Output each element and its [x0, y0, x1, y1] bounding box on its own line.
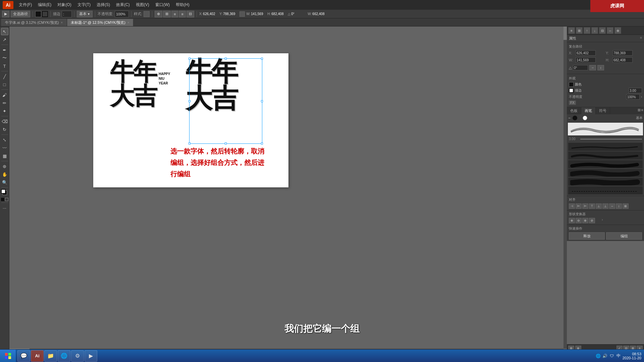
brush-item-2[interactable] [568, 152, 643, 160]
opacity-expand[interactable]: › [641, 95, 642, 99]
basic-preset[interactable]: 基本▼ [77, 11, 93, 17]
tab-1[interactable]: 未标题-1* @ 12.5% (CMYK/预览) × [67, 19, 133, 26]
minus-front-btn[interactable]: ⊖ [576, 218, 582, 223]
sel-handle-br[interactable] [261, 142, 263, 144]
x-input[interactable] [576, 50, 596, 56]
brush-dot-black[interactable] [573, 116, 577, 120]
align-center-v-btn[interactable]: ⊥ [596, 203, 602, 209]
column-chart-tool[interactable]: ▦ [1, 152, 8, 160]
v-scrollbar-thumb[interactable] [564, 26, 567, 40]
grid-icon[interactable]: ⊞ [163, 11, 171, 17]
pen-tool[interactable]: ✒ [1, 46, 8, 54]
link-icon[interactable]: ⊕ [155, 11, 162, 17]
panel-expand[interactable]: ⊞ [638, 108, 641, 114]
taskbar-folder[interactable]: 📁 [44, 350, 57, 362]
panel-icon-5[interactable]: ⊟ [599, 27, 606, 34]
hand-tool[interactable]: ✋ [1, 171, 8, 178]
rotate-tool[interactable]: ↻ [1, 126, 8, 133]
fill-stroke-colors[interactable] [1, 189, 8, 196]
align-bottom-btn[interactable]: ⊥ [602, 203, 608, 209]
text-tool[interactable]: T [1, 62, 8, 70]
canvas-area[interactable]: 牛年 大吉 HAPPY NIU YEAR 牛年 大吉 [9, 26, 567, 352]
brush-item-4[interactable] [568, 169, 643, 177]
fill-color-swatch[interactable] [42, 11, 48, 17]
opacity-input[interactable] [115, 11, 129, 17]
taskbar-ie[interactable]: 🌐 [58, 350, 70, 362]
v-scrollbar[interactable] [564, 26, 567, 349]
style-swatch[interactable] [144, 11, 150, 17]
taskbar-ai[interactable]: Ai [31, 350, 44, 362]
symbol-sprayer-tool[interactable]: ⊛ [1, 163, 8, 170]
panel-icon-6[interactable]: ↔ [607, 27, 613, 34]
brush-minus[interactable]: − [568, 116, 571, 120]
dist-v-btn[interactable]: ↕ [616, 203, 622, 209]
stroke-width-prop[interactable] [629, 88, 642, 93]
zoom-tool[interactable]: 🔍 [1, 179, 8, 186]
sel-handle-tr[interactable] [261, 58, 263, 60]
paintbrush-tool[interactable]: 🖌 [1, 91, 8, 99]
taskbar-wechat[interactable]: 💬 [17, 350, 30, 362]
clock-display[interactable]: 08:53 2020-11-20 [623, 352, 641, 360]
tab-1-close[interactable]: × [127, 21, 129, 24]
tray-network[interactable]: 🌐 [596, 353, 601, 359]
align-top-btn[interactable]: ⊤ [589, 203, 595, 209]
tab-0-close[interactable]: × [61, 21, 63, 24]
tray-sound[interactable]: 🔊 [602, 353, 608, 359]
exclude-btn[interactable]: ⊘ [589, 218, 595, 223]
brush-item-6[interactable] [568, 186, 643, 194]
sel-handle-bm[interactable] [225, 142, 227, 144]
brush-item-5[interactable] [568, 178, 643, 186]
sel-handle-bl[interactable] [189, 142, 191, 144]
taskbar-settings[interactable]: ⚙ [71, 350, 84, 362]
brush-item-3[interactable] [568, 160, 643, 168]
taskbar-media[interactable]: ▶ [85, 350, 97, 362]
scale-w-icon[interactable]: ↔ [589, 65, 596, 70]
h-input[interactable] [612, 57, 633, 63]
y-input[interactable] [612, 50, 633, 56]
pathfinder-expand[interactable]: › [602, 218, 603, 223]
panel-icon-1[interactable]: ≡ [568, 27, 575, 34]
tray-input[interactable]: 中 [616, 353, 621, 359]
cp-tab-color[interactable]: 色板 [567, 107, 581, 114]
opacity-prop-input[interactable] [626, 94, 640, 100]
panel-icon-3[interactable]: ↑ [584, 27, 590, 34]
cp-tab-symbol[interactable]: 符号 [596, 107, 610, 114]
start-button[interactable] [0, 350, 16, 362]
shaper-tool[interactable]: ✦ [1, 107, 8, 115]
menu-help[interactable]: 帮助(H) [173, 1, 192, 8]
attributes-options[interactable]: ≡ [640, 36, 642, 41]
intersect-btn[interactable]: ⊗ [582, 218, 588, 223]
menu-effect[interactable]: 效果(C) [113, 1, 132, 8]
align-left-btn[interactable]: ⊣ [569, 203, 575, 209]
menu-window[interactable]: 窗口(W) [153, 1, 172, 8]
menu-object[interactable]: 对象(O) [55, 1, 74, 8]
panel-icon-2[interactable]: ⊞ [576, 27, 583, 34]
tray-security[interactable]: 🛡 [609, 353, 614, 359]
select-tool[interactable]: ↖ [1, 28, 8, 35]
align-right-btn[interactable]: ⊢ [582, 203, 588, 209]
brush-item-1[interactable] [568, 143, 643, 151]
line-tool[interactable]: ╱ [1, 73, 8, 80]
menu-text[interactable]: 文字(T) [75, 1, 93, 8]
more-tools[interactable]: ··· [1, 204, 8, 212]
tab-0[interactable]: 牛字体.ai @ 3.12% (CMYK/预览) × [1, 19, 66, 26]
lock-icon[interactable] [239, 11, 245, 17]
w-input[interactable] [576, 57, 596, 63]
panel-icon-7[interactable]: ⊕ [614, 27, 621, 34]
menu-file[interactable]: 文件(F) [16, 1, 35, 8]
scale-tool[interactable]: ⤡ [1, 136, 8, 143]
fx-button[interactable]: FX [569, 101, 576, 105]
curvature-tool[interactable]: 〜 [1, 54, 8, 62]
brush-dot-white[interactable] [583, 116, 587, 120]
expand-btn[interactable]: 释放 [569, 232, 605, 240]
unite-btn[interactable]: ⊕ [569, 218, 575, 223]
menu-view[interactable]: 视图(V) [133, 1, 152, 8]
dist-h-btn[interactable]: ↔ [609, 203, 615, 209]
none-mode-btn[interactable] [5, 198, 8, 201]
warp-tool[interactable]: 〰 [1, 144, 8, 152]
panel-icon-4[interactable]: ↓ [591, 27, 598, 34]
panel-menu[interactable]: ≡ [641, 108, 643, 114]
direct-select-tool[interactable]: ↗ [1, 36, 8, 43]
dist-gap-btn[interactable]: ⊞ [623, 203, 629, 209]
rotation-input[interactable] [573, 65, 588, 70]
